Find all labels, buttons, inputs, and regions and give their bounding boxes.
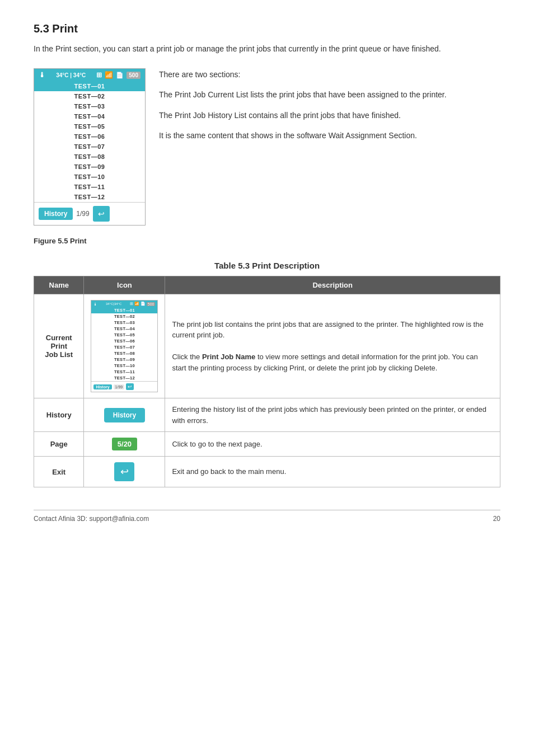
mini-job-item[interactable]: TEST—02 [91, 313, 157, 320]
mini-job-item[interactable]: TEST—08 [91, 350, 157, 356]
row-name-exit: Exit [34, 457, 84, 487]
print-ui-header: 🌡 34°C | 34°C ⊞ 📶 📄 500 [34, 69, 145, 81]
print-ui-job-item[interactable]: TEST—10 [34, 172, 145, 182]
print-badge: 500 [127, 72, 140, 79]
mini-layout-icon: ⊞ [130, 302, 133, 306]
table-row: Page 5/20 Click to go to the next page. [34, 432, 500, 457]
row-icon-history: History [84, 398, 165, 432]
mini-wifi-icon: 📶 [134, 302, 139, 306]
row-name-current: Current PrintJob List [34, 294, 84, 398]
print-ui-job-item[interactable]: TEST—11 [34, 182, 145, 192]
row-desc-page: Click to go to the next page. [165, 432, 500, 457]
mini-job-item[interactable]: TEST—04 [91, 326, 157, 332]
print-ui-job-item[interactable]: TEST—01 [34, 81, 145, 91]
col-icon: Icon [84, 276, 165, 294]
figure-description: There are two sections: The Print Job Cu… [159, 68, 447, 150]
mini-icons: ⊞ 📶 📄 500 [130, 302, 156, 306]
col-description: Description [165, 276, 500, 294]
print-ui-job-item[interactable]: TEST—09 [34, 162, 145, 172]
footer-contact: Contact Afinia 3D: support@afinia.com [34, 515, 149, 523]
footer-page-number: 20 [493, 515, 500, 523]
print-ui-job-item[interactable]: TEST—03 [34, 101, 145, 111]
desc-current-1: The print job list contains the print jo… [172, 319, 493, 341]
desc-current-2: Click the Print Job Name to view more se… [172, 351, 493, 373]
mini-temp-icon: 🌡 [93, 302, 97, 306]
row-icon-current: 🌡 34°C|34°C ⊞ 📶 📄 500 TEST—01TEST—02TEST… [84, 294, 165, 398]
mini-header: 🌡 34°C|34°C ⊞ 📶 📄 500 [91, 300, 157, 307]
col-name: Name [34, 276, 84, 294]
mini-footer: History 1/99 ↩ [91, 381, 157, 392]
doc-icon: 📄 [116, 72, 124, 79]
table-row: Current PrintJob List 🌡 34°C|34°C ⊞ 📶 📄 … [34, 294, 500, 398]
mini-job-item[interactable]: TEST—07 [91, 344, 157, 350]
mini-job-item[interactable]: TEST—11 [91, 369, 157, 375]
temp-label: 34°C | 34°C [56, 72, 86, 78]
row-icon-page: 5/20 [84, 432, 165, 457]
print-ui-job-item[interactable]: TEST—12 [34, 192, 145, 202]
section-title: 5.3 Print [34, 22, 500, 35]
row-desc-exit: Exit and go back to the main menu. [165, 457, 500, 487]
print-ui-job-item[interactable]: TEST—05 [34, 121, 145, 132]
mini-job-item[interactable]: TEST—09 [91, 356, 157, 363]
layout-icon: ⊞ [96, 71, 102, 79]
page-badge: 5/20 [112, 438, 137, 450]
mini-badge: 500 [147, 302, 156, 306]
print-ui-job-item[interactable]: TEST—04 [34, 111, 145, 121]
table-row: Exit ↩ Exit and go back to the main menu… [34, 457, 500, 487]
print-ui-job-list: TEST—01TEST—02TEST—03TEST—04TEST—05TEST—… [34, 81, 145, 202]
row-name-page: Page [34, 432, 84, 457]
wifi-icon: 📶 [105, 71, 113, 79]
print-ui-job-item[interactable]: TEST—07 [34, 142, 145, 152]
table-history-button[interactable]: History [104, 408, 145, 422]
row-desc-history: Entering the history list of the print j… [165, 398, 500, 432]
mini-print-ui: 🌡 34°C|34°C ⊞ 📶 📄 500 TEST—01TEST—02TEST… [91, 300, 158, 392]
desc-two-sections: There are two sections: [159, 68, 447, 81]
page-footer: Contact Afinia 3D: support@afinia.com 20 [34, 510, 500, 523]
bold-print-job-name: Print Job Name [202, 353, 255, 361]
table-back-button[interactable]: ↩ [114, 462, 134, 481]
print-ui-mockup: 🌡 34°C | 34°C ⊞ 📶 📄 500 TEST—01TEST—02TE… [34, 68, 146, 226]
description-table: Name Icon Description Current PrintJob L… [34, 276, 500, 487]
desc-history-list: The Print Job History List contains all … [159, 109, 447, 121]
mini-page: 1/99 [114, 384, 125, 389]
page-indicator: 1/99 [76, 210, 89, 218]
print-ui-footer: History 1/99 ↩ [34, 202, 145, 225]
mini-job-item[interactable]: TEST—01 [91, 307, 157, 313]
print-ui-job-item[interactable]: TEST—08 [34, 152, 145, 162]
desc-wait-assignment: It is the same content that shows in the… [159, 129, 447, 142]
table-row: History History Entering the history lis… [34, 398, 500, 432]
history-button[interactable]: History [39, 208, 73, 220]
print-ui-job-item[interactable]: TEST—06 [34, 132, 145, 142]
table-header-row: Name Icon Description [34, 276, 500, 294]
mini-job-item[interactable]: TEST—05 [91, 332, 157, 338]
print-ui-job-item[interactable]: TEST—02 [34, 91, 145, 101]
row-name-history: History [34, 398, 84, 432]
figure-caption: Figure 5.5 Print [34, 237, 500, 245]
table-title: Table 5.3 Print Description [34, 261, 500, 270]
row-icon-exit: ↩ [84, 457, 165, 487]
desc-current-list: The Print Job Current List lists the pri… [159, 88, 447, 101]
mini-job-item[interactable]: TEST—03 [91, 320, 157, 326]
mini-history-btn[interactable]: History [93, 384, 111, 389]
header-icons: ⊞ 📶 📄 500 [96, 71, 140, 79]
back-button[interactable]: ↩ [93, 206, 110, 222]
mini-doc-icon: 📄 [140, 302, 146, 306]
mini-job-item[interactable]: TEST—06 [91, 338, 157, 344]
mini-back-btn[interactable]: ↩ [126, 383, 134, 390]
mini-temp-label: 34°C|34°C [106, 302, 121, 306]
temp-icon: 🌡 [39, 71, 45, 79]
mini-job-item[interactable]: TEST—10 [91, 363, 157, 369]
row-desc-current: The print job list contains the print jo… [165, 294, 500, 398]
mini-job-list: TEST—01TEST—02TEST—03TEST—04TEST—05TEST—… [91, 307, 157, 381]
mini-job-item[interactable]: TEST—12 [91, 375, 157, 381]
intro-paragraph: In the Print section, you can start a pr… [34, 43, 500, 55]
figure-area: 🌡 34°C | 34°C ⊞ 📶 📄 500 TEST—01TEST—02TE… [34, 68, 500, 226]
